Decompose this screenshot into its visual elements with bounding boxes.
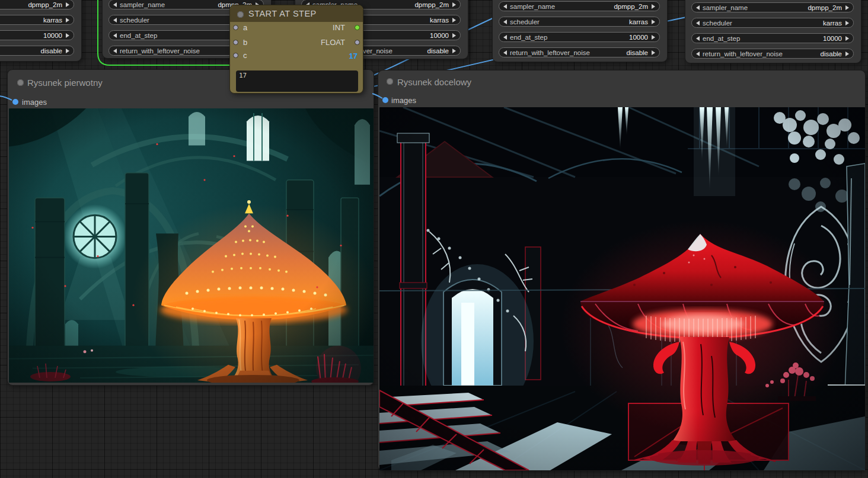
collapse-dot-icon[interactable]: [17, 79, 24, 86]
widget-value: disable: [627, 49, 648, 56]
decrement-arrow-icon[interactable]: [503, 50, 507, 55]
increment-arrow-icon[interactable]: [452, 49, 456, 53]
image-node-target[interactable]: Rysunek docelowy images: [378, 70, 866, 471]
output-dot-int[interactable]: [355, 25, 360, 30]
increment-arrow-icon[interactable]: [652, 20, 655, 24]
increment-arrow-icon[interactable]: [66, 49, 69, 53]
input-dot-b[interactable]: [233, 40, 238, 45]
step-text-field[interactable]: 17: [236, 70, 358, 92]
widget-label: scheduler: [120, 17, 149, 24]
input-dot-c[interactable]: [233, 53, 238, 58]
widget-label: sampler_name: [120, 1, 165, 8]
increment-arrow-icon[interactable]: [652, 35, 655, 40]
node-title: Rysunek pierwotny: [27, 78, 103, 88]
widget-end-at-step[interactable]: end_at_step10000: [0, 30, 74, 40]
decrement-arrow-icon[interactable]: [696, 52, 700, 56]
widget-sampler-name[interactable]: sampler_namedpmpp_2m: [499, 1, 660, 11]
widget-sampler-name[interactable]: sampler_namedpmpp_2m: [0, 0, 74, 9]
start-node-header[interactable]: START AT STEP: [230, 5, 363, 22]
widget-return-with-leftover-noise[interactable]: return_with_leftover_noisedisable: [0, 46, 74, 56]
decrement-arrow-icon[interactable]: [503, 35, 507, 40]
decrement-arrow-icon[interactable]: [113, 2, 117, 7]
widget-value: dpmpp_2m: [614, 3, 648, 10]
widget-sampler-name[interactable]: sampler_namedpmpp_2m: [691, 2, 854, 12]
decrement-arrow-icon[interactable]: [503, 20, 507, 24]
widget-label: scheduler: [510, 18, 540, 25]
decrement-arrow-icon[interactable]: [503, 4, 507, 9]
images-input-label: images: [391, 96, 416, 105]
sampler-node-4[interactable]: sampler_namedpmpp_2m schedulerkarras end…: [492, 0, 668, 62]
increment-arrow-icon[interactable]: [845, 21, 849, 25]
collapse-dot-icon[interactable]: [387, 78, 393, 85]
image-node-primary[interactable]: Rysunek pierwotny images: [7, 69, 374, 386]
increment-arrow-icon[interactable]: [66, 2, 69, 7]
decrement-arrow-icon[interactable]: [696, 21, 700, 25]
collapse-dot-icon[interactable]: [237, 11, 244, 18]
widget-value: 10000: [629, 34, 648, 41]
widget-value: disable: [41, 47, 62, 54]
target-image: [379, 107, 865, 470]
widget-label: return_with_leftover_noise: [703, 50, 783, 57]
increment-arrow-icon[interactable]: [845, 5, 849, 10]
output-value: 17: [349, 52, 358, 60]
widget-scheduler[interactable]: schedulerkarras: [499, 17, 660, 27]
increment-arrow-icon[interactable]: [66, 18, 69, 23]
start-at-step-node[interactable]: START AT STEP a b c INT FLOAT 17 17: [229, 5, 363, 94]
target-image-preview: [379, 107, 865, 470]
increment-arrow-icon[interactable]: [652, 4, 655, 9]
widget-label: end_at_step: [510, 34, 547, 41]
primary-image-preview: [9, 108, 374, 383]
increment-arrow-icon[interactable]: [452, 33, 456, 38]
node-title: Rysunek docelowy: [397, 77, 471, 87]
widget-value: karras: [430, 17, 449, 24]
output-dot-float[interactable]: [355, 40, 360, 45]
primary-image: [9, 108, 374, 383]
widget-return-with-leftover-noise[interactable]: return_with_leftover_noisedisable: [499, 47, 660, 57]
widget-label: sampler_name: [703, 4, 748, 11]
widget-scheduler[interactable]: schedulerkarras: [691, 18, 854, 28]
decrement-arrow-icon[interactable]: [113, 33, 117, 38]
widget-return-with-leftover-noise[interactable]: return_with_leftover_noisedisable: [691, 49, 854, 59]
widget-label: end_at_step: [703, 35, 740, 42]
increment-arrow-icon[interactable]: [452, 2, 456, 7]
widget-value: dpmpp_2m: [414, 1, 449, 8]
widget-scheduler[interactable]: schedulerkarras: [0, 15, 74, 25]
widget-label: return_with_leftover_noise: [120, 47, 200, 54]
images-input-label: images: [22, 98, 47, 107]
increment-arrow-icon[interactable]: [652, 50, 655, 55]
widget-value: dpmpp_2m: [28, 1, 62, 8]
widget-value: karras: [823, 20, 842, 27]
sampler-node-1[interactable]: sampler_namedpmpp_2m schedulerkarras end…: [0, 0, 82, 62]
images-input-dot[interactable]: [12, 99, 18, 105]
increment-arrow-icon[interactable]: [845, 52, 849, 56]
widget-value: dpmpp_2m: [808, 4, 842, 11]
widget-end-at-step[interactable]: end_at_step10000: [691, 33, 854, 43]
increment-arrow-icon[interactable]: [452, 18, 456, 23]
widget-value: disable: [427, 47, 449, 54]
decrement-arrow-icon[interactable]: [113, 49, 117, 53]
widget-label: scheduler: [703, 20, 732, 27]
output-label-float: FLOAT: [321, 38, 345, 47]
output-label-int: INT: [333, 23, 345, 32]
decrement-arrow-icon[interactable]: [696, 36, 700, 41]
input-label-a: a: [243, 23, 247, 32]
widget-value: disable: [821, 50, 842, 57]
widget-value: 10000: [430, 32, 449, 39]
widget-end-at-step[interactable]: end_at_step10000: [499, 32, 660, 42]
decrement-arrow-icon[interactable]: [696, 5, 700, 10]
widget-label: end_at_step: [120, 32, 157, 39]
widget-value: 10000: [823, 35, 842, 42]
sampler-node-5[interactable]: sampler_namedpmpp_2m schedulerkarras end…: [685, 0, 861, 63]
input-label-b: b: [243, 38, 247, 47]
input-label-c: c: [243, 51, 247, 60]
decrement-arrow-icon[interactable]: [113, 18, 117, 23]
widget-value: karras: [629, 18, 648, 25]
input-dot-a[interactable]: [233, 25, 238, 30]
increment-arrow-icon[interactable]: [66, 33, 69, 38]
increment-arrow-icon[interactable]: [845, 36, 849, 41]
node-canvas[interactable]: sampler_namedpmpp_2m schedulerkarras end…: [0, 0, 868, 478]
widget-label: sampler_name: [510, 3, 555, 10]
node-title: START AT STEP: [248, 9, 317, 18]
images-input-dot[interactable]: [382, 97, 388, 103]
widget-label: return_with_leftover_noise: [510, 49, 590, 56]
